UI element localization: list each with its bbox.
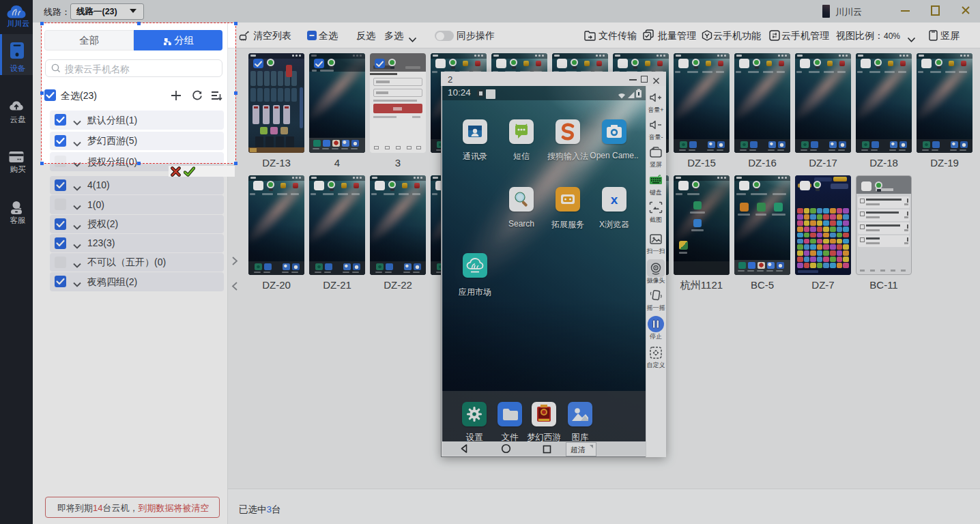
- svg-text:x: x: [611, 192, 618, 207]
